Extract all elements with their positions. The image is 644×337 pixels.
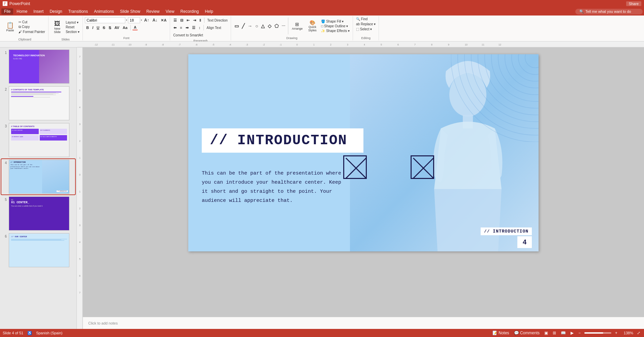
comments-toggle[interactable]: 💬 Comments	[513, 330, 541, 336]
search-placeholder: Tell me what you want to do	[585, 9, 631, 13]
arrange-button[interactable]: ⊞ Arrange	[290, 18, 304, 34]
share-button[interactable]: Share	[626, 1, 641, 6]
menu-design[interactable]: Design	[47, 8, 65, 14]
svg-text:8: 8	[431, 43, 432, 46]
shape-oval[interactable]: ○	[254, 23, 259, 29]
text-direction-button[interactable]: Text Direction	[206, 18, 229, 23]
reading-view-btn[interactable]: 📖	[560, 330, 567, 336]
menu-insert[interactable]: Insert	[31, 8, 46, 14]
slide-page-number: 4	[517, 236, 532, 248]
title-bar: 🅿 PowerPoint Share	[0, 0, 644, 7]
menu-review[interactable]: Review	[143, 8, 162, 14]
svg-text:2: 2	[79, 140, 80, 142]
font-size-input[interactable]	[128, 17, 140, 23]
shape-more[interactable]: ⋯	[280, 24, 287, 29]
format-painter-button[interactable]: 🖌 Format Painter	[18, 30, 46, 34]
align-right-button[interactable]: ➡	[184, 25, 190, 30]
bold-button[interactable]: B	[85, 25, 90, 30]
cut-button[interactable]: ✂ Cut	[18, 20, 46, 24]
decrease-indent-button[interactable]: ⇤	[185, 18, 191, 23]
slide-thumb-6[interactable]: 6 // OUR CENTER	[1, 233, 75, 268]
reset-button[interactable]: Reset	[65, 25, 80, 29]
replace-button[interactable]: ab Replace ▾	[355, 22, 377, 26]
shadow-button[interactable]: S	[107, 25, 112, 30]
zoom-in-btn[interactable]: +	[614, 330, 618, 336]
menu-file[interactable]: File	[1, 8, 13, 14]
notes-toggle[interactable]: 📝 Notes	[491, 330, 510, 336]
slides-small: Layout ▾ Reset Section ▾	[65, 20, 80, 34]
align-center-button[interactable]: ≡	[179, 25, 183, 30]
intro-title-box[interactable]: // INTRODUCTION	[202, 128, 363, 153]
slide-thumb-1[interactable]: 1 TECHNOLOGY INNOVATION SLIDE ONE	[1, 49, 75, 84]
svg-text:0: 0	[296, 43, 298, 46]
font-name-dropdown-icon[interactable]: ▾	[126, 19, 127, 22]
menu-home[interactable]: Home	[14, 8, 30, 14]
font-size-2-button[interactable]: Aa	[121, 25, 129, 30]
canvas-scroll[interactable]: // INTRODUCTION This can be the part of …	[83, 48, 644, 317]
slide-sorter-btn[interactable]: ⊞	[552, 330, 557, 336]
shape-pentagon[interactable]: ⬠	[273, 23, 280, 29]
search-bar[interactable]: 🔍 Tell me what you want to do	[575, 9, 643, 14]
slide-thumb-5[interactable]: 5 01 01 CENTER_ You can enter a subtitle…	[1, 196, 75, 231]
slide-canvas[interactable]: // INTRODUCTION This can be the part of …	[188, 54, 539, 251]
new-slide-button[interactable]: 🖼 New Slide	[51, 17, 64, 37]
intro-title: // INTRODUCTION	[210, 132, 355, 149]
svg-text:7: 7	[79, 56, 80, 58]
char-spacing-button[interactable]: AV	[113, 25, 121, 30]
bullet-list-button[interactable]: ☰	[172, 18, 178, 23]
strikethrough-button[interactable]: S	[101, 25, 106, 30]
menu-animations[interactable]: Animations	[91, 8, 117, 14]
app-logo: 🅿	[3, 1, 7, 6]
clear-format-button[interactable]: ✕A	[159, 18, 168, 23]
shape-triangle[interactable]: △	[260, 23, 266, 29]
menu-recording[interactable]: Recording	[178, 8, 202, 14]
intro-body-text[interactable]: This can be the part of the presentation…	[202, 169, 347, 205]
slideshow-btn[interactable]: ▶	[570, 330, 575, 336]
increase-indent-button[interactable]: ⇥	[192, 18, 197, 23]
shape-arrow[interactable]: →	[246, 23, 254, 29]
fit-btn[interactable]: ⤢	[636, 330, 641, 336]
slide-thumb-3[interactable]: 3 // TABLE OF CONTENTS 01 OUR CENTER KEY…	[1, 122, 75, 158]
menu-view[interactable]: View	[163, 8, 177, 14]
align-text-button[interactable]: Align Text	[205, 26, 222, 30]
zoom-slider[interactable]	[584, 332, 611, 334]
justify-button[interactable]: ☰	[191, 25, 197, 30]
layout-button[interactable]: Layout ▾	[65, 20, 80, 25]
increase-font-button[interactable]: A↑	[143, 18, 151, 23]
italic-button[interactable]: I	[91, 25, 95, 30]
numbered-list-button[interactable]: ⊟	[179, 18, 185, 23]
select-button[interactable]: ⬚ Select ▾	[355, 27, 373, 31]
columns-button[interactable]: ⫴	[198, 18, 202, 23]
quick-styles-button[interactable]: 🎨 Quick Styles	[305, 18, 320, 34]
paste-button[interactable]: 📋 Paste	[3, 17, 17, 37]
underline-button[interactable]: U	[95, 25, 101, 30]
section-button[interactable]: Section ▾	[65, 30, 80, 34]
notes-bar[interactable]: Click to add notes	[83, 317, 644, 329]
copy-button[interactable]: ⧉ Copy	[18, 25, 46, 29]
font-size-dropdown-icon[interactable]: ▾	[141, 19, 142, 22]
decrease-font-button[interactable]: A↓	[151, 18, 159, 23]
shape-rect[interactable]: ▭	[233, 23, 240, 29]
ribbon-group-clipboard: 📋 Paste ✂ Cut ⧉ Copy 🖌 Format Painter Cl…	[1, 16, 49, 40]
slide-thumb-2[interactable]: 2 // CONTENTS OF THIS TEMPLATE	[1, 86, 75, 121]
menu-help[interactable]: Help	[202, 8, 216, 14]
accessibility-icon[interactable]: ♿	[27, 331, 32, 335]
font-color-button[interactable]: A	[132, 25, 138, 30]
normal-view-btn[interactable]: ▣	[543, 330, 549, 336]
shape-line[interactable]: ╱	[240, 23, 246, 29]
line-spacing-button[interactable]: ↕	[197, 25, 202, 30]
slide-thumb-4[interactable]: 4 // INTRODUCTION This can be the part o…	[1, 159, 75, 194]
convert-smartart-button[interactable]: Convert to SmartArt	[172, 33, 204, 37]
shape-diamond[interactable]: ◇	[266, 23, 273, 29]
zoom-out-btn[interactable]: −	[577, 330, 582, 336]
zoom-percent[interactable]: 138%	[621, 331, 633, 335]
font-name-input[interactable]	[85, 17, 125, 23]
shape-effects-button[interactable]: ✨ Shape Effects ▾	[320, 29, 351, 33]
paragraph-content: ☰ ⊟ ⇤ ⇥ ⫴ Text Direction ⬅ ≡ ➡ ☰ ↕ Align…	[172, 17, 229, 38]
menu-transitions[interactable]: Transitions	[66, 8, 91, 14]
align-left-button[interactable]: ⬅	[172, 25, 178, 30]
shape-outline-button[interactable]: □ Shape Outline ▾	[320, 24, 351, 28]
menu-slideshow[interactable]: Slide Show	[117, 8, 143, 14]
shape-fill-button[interactable]: 🪣 Shape Fill ▾	[320, 19, 351, 24]
find-button[interactable]: 🔍 Find	[355, 17, 368, 21]
